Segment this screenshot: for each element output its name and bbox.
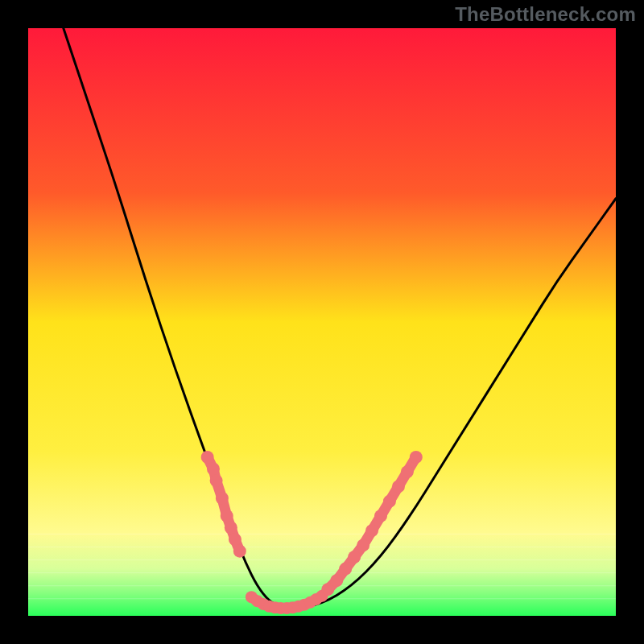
accent-left-bead [201, 451, 214, 464]
accent-left-bead [221, 510, 233, 522]
accent-left-bead [210, 474, 223, 487]
chart-frame: TheBottleneck.com [0, 0, 644, 644]
accent-left-bead [207, 463, 220, 476]
accent-left-bead [225, 522, 237, 535]
accent-right-bead [339, 563, 352, 576]
accent-right-bead [410, 451, 423, 464]
accent-right-bead [392, 480, 405, 493]
accent-right-bead [374, 510, 387, 522]
grid-band [28, 559, 616, 560]
accent-left-bead [216, 492, 229, 505]
grid-band [28, 534, 616, 535]
grid-band [28, 547, 616, 547]
bottleneck-chart-svg [28, 28, 616, 616]
accent-right-bead [348, 551, 361, 564]
accent-right-bead [365, 524, 378, 537]
grid-band [28, 572, 616, 573]
chart-background [28, 28, 616, 616]
watermark-text: TheBottleneck.com [455, 3, 636, 26]
grid-band [28, 585, 616, 586]
accent-left-bead [233, 545, 246, 558]
accent-right-bead [357, 539, 369, 551]
accent-right-bead [401, 465, 414, 478]
accent-right-bead [330, 574, 343, 587]
accent-right-bead [383, 495, 396, 508]
plot-area [28, 28, 616, 616]
accent-left-bead [229, 533, 242, 546]
